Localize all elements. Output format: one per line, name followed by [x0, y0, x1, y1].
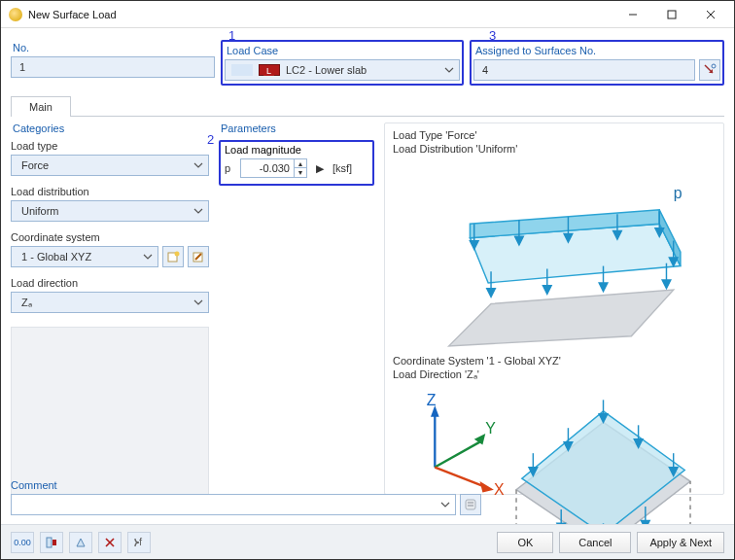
preview-line2b: Load Direction 'Zₐ': [393, 368, 716, 381]
load-case-dropdown[interactable]: L LC2 - Lower slab: [225, 59, 460, 81]
coord-new-button[interactable]: [162, 246, 184, 267]
pick-surfaces-button[interactable]: [699, 59, 720, 81]
ok-button[interactable]: OK: [497, 532, 553, 553]
load-magnitude-label: Load magnitude: [225, 144, 301, 156]
load-distribution-group: Load distribution Uniform: [11, 186, 209, 222]
svg-text:Z: Z: [427, 392, 437, 408]
assigned-label: Assigned to Surfaces No.: [475, 45, 720, 56]
chevron-down-icon: [193, 208, 203, 214]
comment-panel: Comment: [11, 479, 481, 524]
load-type-select[interactable]: Force: [11, 155, 209, 176]
svg-text:f: f: [139, 536, 143, 547]
comment-edit-button[interactable]: [460, 494, 481, 515]
tool-5-button[interactable]: f: [127, 532, 151, 553]
magnitude-step-button[interactable]: ▶: [313, 162, 327, 175]
svg-marker-42: [479, 481, 493, 493]
units-icon: 0.00: [14, 538, 31, 547]
svg-text:X: X: [494, 482, 505, 499]
load-case-field: Load Case L LC2 - Lower slab: [221, 40, 464, 86]
close-icon: [706, 10, 716, 19]
tool-4-button[interactable]: [98, 532, 122, 553]
assigned-field: Assigned to Surfaces No.: [470, 40, 724, 86]
load-type-group: Load type Force: [11, 140, 209, 176]
tabstrip: Main: [11, 95, 724, 116]
no-input-wrap: [11, 56, 215, 78]
load-distribution-label: Load distribution: [11, 186, 209, 197]
comment-combobox[interactable]: [11, 494, 456, 515]
title-bar: New Surface Load: [1, 1, 734, 28]
svg-marker-28: [487, 289, 496, 298]
svg-rect-74: [52, 540, 56, 545]
apply-next-button[interactable]: Apply & Next: [637, 532, 724, 553]
parameters-title: Parameters: [221, 122, 374, 134]
coord-system-group: Coordinate system 1 - Global XYZ: [11, 231, 209, 267]
assigned-input-wrap: [473, 59, 695, 81]
tabs: Main Categories Load type Force Load dis…: [11, 95, 724, 495]
chevron-down-icon: [143, 254, 153, 260]
maximize-button[interactable]: [652, 3, 691, 26]
coord-system-value: 1 - Global XYZ: [21, 251, 91, 262]
preview-upper-svg: p: [393, 157, 716, 353]
magnitude-spinner[interactable]: ▲ ▼: [294, 159, 306, 177]
svg-rect-73: [47, 538, 52, 547]
coord-system-select[interactable]: 1 - Global XYZ: [11, 246, 158, 267]
tab-body: Categories Load type Force Load distribu…: [11, 116, 724, 495]
magnitude-input-wrap: ▲ ▼: [240, 158, 307, 178]
note-icon: [464, 498, 477, 511]
minimize-button[interactable]: [613, 3, 652, 26]
bottom-bar: 0.00 f OK Cancel Apply & Next: [1, 524, 734, 559]
preview-pane: Load Type 'Force' Load Distribution 'Uni…: [384, 122, 724, 495]
svg-line-38: [435, 442, 479, 468]
window-title: New Surface Load: [28, 9, 117, 20]
annotation-3: 3: [489, 28, 496, 43]
no-label: No.: [13, 42, 215, 53]
categories-panel: Categories Load type Force Load distribu…: [11, 122, 209, 495]
spin-up-icon: ▲: [295, 159, 306, 168]
svg-marker-11: [449, 290, 674, 346]
header-fields-row: 1 3 No. Load Case L LC2 - Lower slab: [11, 40, 724, 86]
chevron-down-icon: [193, 162, 203, 168]
preview-upper: p: [393, 157, 716, 353]
preview-line1a: Load Type 'Force': [393, 129, 716, 141]
close-button[interactable]: [691, 3, 730, 26]
annotation-2: 2: [207, 132, 214, 147]
cancel-label: Cancel: [578, 537, 612, 548]
assigned-input[interactable]: [480, 63, 688, 77]
preview-line2a: Coordinate System '1 - Global XYZ': [393, 355, 716, 367]
parameters-highlight: Load magnitude p ▲ ▼ ▶ [ksf]: [219, 140, 374, 186]
coord-edit-button[interactable]: [188, 246, 209, 267]
load-direction-value: Zₐ: [21, 297, 32, 309]
no-input[interactable]: [18, 60, 208, 74]
magnitude-input[interactable]: [241, 162, 294, 174]
load-direction-select[interactable]: Zₐ: [11, 292, 209, 313]
apply-next-label: Apply & Next: [649, 537, 712, 548]
tool-units-button[interactable]: 0.00: [11, 532, 34, 553]
svg-marker-45: [522, 411, 684, 535]
magnitude-symbol: p: [225, 162, 234, 174]
cancel-button[interactable]: Cancel: [559, 532, 631, 553]
load-case-color-pre: [231, 64, 253, 76]
load-type-label: Load type: [11, 140, 209, 152]
tab-main[interactable]: Main: [11, 96, 71, 117]
script-icon: f: [132, 536, 146, 549]
tool-3-button[interactable]: [69, 532, 92, 553]
magnitude-unit: [ksf]: [332, 162, 352, 174]
svg-text:Y: Y: [485, 420, 496, 437]
load-case-color-swatch: L: [259, 64, 280, 76]
tool-4-icon: [103, 536, 117, 549]
tool-2-button[interactable]: [40, 532, 63, 553]
svg-marker-75: [77, 539, 85, 546]
load-distribution-select[interactable]: Uniform: [11, 200, 209, 222]
svg-point-8: [175, 252, 180, 257]
load-distribution-value: Uniform: [21, 205, 59, 217]
preview-line1b: Load Distribution 'Uniform': [393, 143, 716, 155]
no-field: No.: [11, 40, 215, 86]
new-icon: [166, 250, 180, 263]
svg-marker-32: [599, 283, 608, 292]
load-direction-label: Load direction: [11, 277, 209, 289]
svg-rect-70: [466, 500, 475, 509]
ok-label: OK: [517, 537, 533, 548]
chevron-down-icon: [193, 299, 203, 305]
minimize-icon: [628, 10, 638, 19]
maximize-icon: [667, 10, 677, 19]
